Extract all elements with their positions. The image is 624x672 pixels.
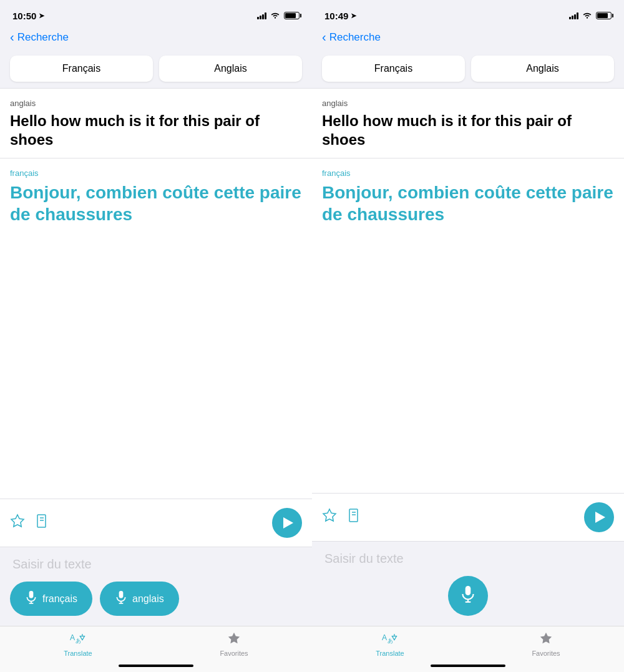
back-label-right: Recherche: [329, 31, 381, 44]
action-bar-left: [0, 499, 312, 547]
status-bar-right: 10:49 ➤: [312, 0, 624, 27]
signal-right: [569, 12, 578, 19]
translate-tab-icon-left: A あ: [70, 631, 86, 648]
action-right-right: [584, 502, 614, 532]
battery-fill-left: [285, 13, 296, 18]
tab-translate-label-right: Translate: [376, 650, 404, 657]
action-left-icons: [10, 514, 272, 532]
svg-rect-19: [466, 586, 471, 595]
back-label-left: Recherche: [17, 31, 69, 44]
signal-bar-r2: [572, 16, 573, 19]
translation-content-left: anglais Hello how much is it for this pa…: [0, 89, 312, 499]
mic-icon-anglais: [115, 590, 127, 607]
tab-translate-label-left: Translate: [64, 650, 92, 657]
mic-icon-francais: [25, 590, 37, 607]
input-section-left: Saisir du texte français anglais: [0, 547, 312, 626]
voice-buttons-left: français anglais: [10, 582, 302, 616]
voice-anglais-button[interactable]: anglais: [100, 582, 179, 616]
trans-lang-label-right: français: [322, 168, 614, 178]
source-section-right: anglais Hello how much is it for this pa…: [312, 89, 624, 158]
voice-single-button[interactable]: [448, 576, 488, 616]
tab-translate-left[interactable]: A あ Translate: [0, 631, 156, 657]
input-placeholder-right[interactable]: Saisir du texte: [322, 552, 614, 566]
svg-text:あ: あ: [388, 638, 393, 644]
home-indicator-left: [0, 660, 312, 672]
battery-fill-right: [597, 13, 608, 18]
translation-section-right: français Bonjour, combien coûte cette pa…: [312, 158, 624, 234]
action-bar-right: [312, 493, 624, 541]
source-section-left: anglais Hello how much is it for this pa…: [0, 89, 312, 158]
translated-text-right: Bonjour, combien coûte cette paire de ch…: [322, 182, 614, 225]
battery-icon-left: [284, 12, 300, 19]
translation-section-left: français Bonjour, combien coûte cette pa…: [0, 158, 312, 234]
translate-tab-icon-right: A あ: [382, 631, 398, 648]
time-text-left: 10:50: [12, 11, 36, 21]
target-lang-button-right[interactable]: Anglais: [471, 56, 614, 82]
nav-bar-left: ‹ Recherche: [0, 27, 312, 49]
home-bar-left: [119, 665, 193, 667]
favorites-tab-icon-left: [227, 631, 241, 648]
play-triangle-left: [283, 517, 293, 528]
home-bar-right: [431, 665, 505, 667]
play-triangle-right: [595, 512, 605, 523]
svg-marker-14: [228, 633, 240, 643]
star-icon-left[interactable]: [10, 514, 25, 532]
tab-bar-right: A あ Translate Favorites: [312, 626, 624, 660]
source-text-left: Hello how much is it for this pair of sh…: [10, 112, 302, 149]
wifi-icon-right: [582, 11, 592, 21]
back-chevron-right: ‹: [322, 30, 326, 44]
play-button-right[interactable]: [584, 502, 614, 532]
book-icon-right[interactable]: [347, 508, 362, 527]
play-button-left[interactable]: [272, 508, 302, 538]
book-icon-left[interactable]: [35, 514, 50, 532]
voice-francais-button[interactable]: français: [10, 582, 92, 616]
status-icons-left: [257, 11, 300, 21]
target-lang-button-left[interactable]: Anglais: [159, 56, 302, 82]
translation-content-right: anglais Hello how much is it for this pa…: [312, 89, 624, 493]
home-indicator-right: [312, 660, 624, 672]
tab-translate-right[interactable]: A あ Translate: [312, 631, 468, 657]
back-chevron-left: ‹: [10, 30, 14, 44]
voice-buttons-right-container: [322, 576, 614, 616]
language-selector-right: Français Anglais: [312, 49, 624, 88]
source-lang-button-right[interactable]: Français: [322, 56, 465, 82]
status-icons-right: [569, 11, 612, 21]
source-lang-label-right: anglais: [322, 99, 614, 108]
left-screen: 10:50 ➤ ‹ Recherche Français Angl: [0, 0, 312, 672]
source-lang-button-left[interactable]: Français: [10, 56, 153, 82]
input-placeholder-left[interactable]: Saisir du texte: [10, 557, 302, 572]
input-section-right: Saisir du texte: [312, 541, 624, 626]
voice-anglais-label: anglais: [132, 593, 164, 605]
source-lang-label-left: anglais: [10, 99, 302, 108]
signal-bar-r1: [569, 17, 571, 19]
back-button-right[interactable]: ‹ Recherche: [322, 30, 381, 44]
signal-bar-2: [260, 16, 261, 19]
voice-francais-label: français: [42, 593, 77, 605]
time-text-right: 10:49: [324, 11, 348, 21]
right-screen: 10:49 ➤ ‹ Recherche Français Angl: [312, 0, 624, 672]
svg-marker-26: [540, 633, 552, 643]
svg-rect-16: [349, 509, 358, 522]
time-left: 10:50 ➤: [12, 11, 44, 21]
action-left-icons-right: [322, 508, 584, 527]
action-right-left: [272, 508, 302, 538]
nav-bar-right: ‹ Recherche: [312, 27, 624, 49]
svg-rect-7: [119, 591, 124, 598]
svg-rect-4: [29, 591, 34, 598]
location-arrow-right: ➤: [351, 12, 356, 20]
tab-favorites-left[interactable]: Favorites: [156, 631, 312, 657]
star-icon-right[interactable]: [322, 508, 337, 527]
language-selector-left: Français Anglais: [0, 49, 312, 88]
svg-marker-15: [323, 509, 336, 521]
tab-favorites-right[interactable]: Favorites: [468, 631, 624, 657]
signal-left: [257, 12, 266, 19]
translated-text-left: Bonjour, combien coûte cette paire de ch…: [10, 182, 302, 225]
status-bar-left: 10:50 ➤: [0, 0, 312, 27]
svg-text:A: A: [382, 633, 388, 642]
wifi-icon-left: [270, 11, 280, 21]
svg-marker-0: [11, 515, 24, 527]
location-arrow-left: ➤: [39, 12, 44, 20]
favorites-tab-icon-right: [539, 631, 553, 648]
back-button-left[interactable]: ‹ Recherche: [10, 30, 69, 44]
svg-rect-1: [37, 515, 46, 527]
